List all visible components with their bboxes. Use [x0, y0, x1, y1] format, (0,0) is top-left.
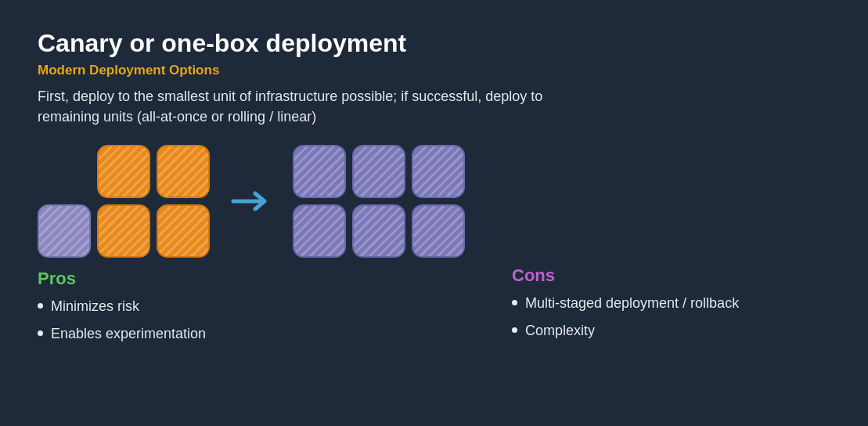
box-orange-2	[157, 145, 210, 198]
description: First, deploy to the smallest unit of in…	[38, 86, 585, 127]
subtitle: Modern Deployment Options	[38, 63, 830, 78]
left-section: Pros Minimizes risk Enables experimentat…	[38, 142, 512, 352]
cons-text-2: Complexity	[525, 321, 595, 341]
before-grid	[38, 145, 210, 258]
cons-label: Cons	[512, 265, 830, 286]
pros-section: Pros Minimizes risk Enables experimentat…	[38, 269, 512, 352]
box-orange-1	[97, 145, 150, 198]
cons-text-1: Multi-staged deployment / rollback	[525, 294, 739, 313]
pros-item-1: Minimizes risk	[38, 297, 488, 316]
slide: Canary or one-box deployment Modern Depl…	[0, 0, 868, 426]
title: Canary or one-box deployment	[38, 28, 830, 58]
after-grid	[293, 145, 465, 258]
box-purple-r6	[412, 204, 465, 258]
box-orange-4	[157, 204, 210, 258]
bullet-dot-1	[38, 303, 43, 309]
main-content: Pros Minimizes risk Enables experimentat…	[38, 142, 830, 401]
pros-label: Pros	[38, 269, 488, 289]
box-purple-r1	[293, 145, 346, 198]
pros-text-2: Enables experimentation	[51, 324, 206, 344]
box-orange-3	[97, 204, 150, 258]
deployment-diagram	[38, 145, 465, 258]
box-purple-1	[38, 204, 91, 258]
cons-item-1: Multi-staged deployment / rollback	[512, 294, 830, 313]
pros-text-1: Minimizes risk	[51, 297, 139, 316]
cons-item-2: Complexity	[512, 321, 830, 341]
box-purple-r4	[293, 204, 346, 258]
bullet-dot-2	[38, 330, 43, 336]
bullet-dot-3	[512, 300, 517, 305]
pros-item-2: Enables experimentation	[38, 324, 488, 344]
arrow-indicator	[230, 187, 272, 215]
box-purple-r2	[352, 145, 405, 198]
right-section: Cons Multi-staged deployment / rollback …	[512, 265, 830, 348]
box-purple-r5	[352, 204, 405, 258]
bullet-dot-4	[512, 327, 517, 333]
box-purple-r3	[412, 145, 465, 198]
